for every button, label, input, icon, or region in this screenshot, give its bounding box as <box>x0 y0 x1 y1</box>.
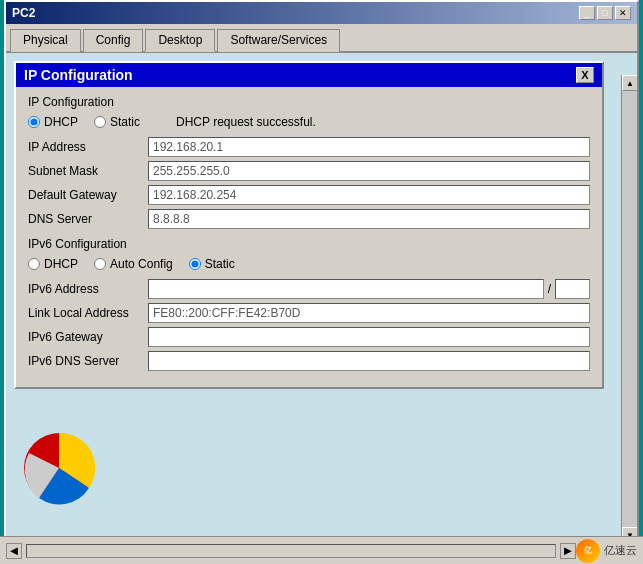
title-bar-buttons: _ □ ✕ <box>579 6 631 20</box>
link-local-label: Link Local Address <box>28 306 148 320</box>
watermark: 亿 亿速云 <box>576 539 637 563</box>
ipv6-static-radio[interactable] <box>189 258 201 270</box>
tab-bar: Physical Config Desktop Software/Service… <box>6 24 637 53</box>
static-radio[interactable] <box>94 116 106 128</box>
maximize-button[interactable]: □ <box>597 6 613 20</box>
dns-server-row: DNS Server <box>28 209 590 229</box>
ipv6-auto-label[interactable]: Auto Config <box>94 257 173 271</box>
ipv4-section-label: IP Configuration <box>28 95 590 109</box>
pie-chart <box>14 423 104 513</box>
taskbar-right-button[interactable]: ► <box>560 543 576 559</box>
taskbar: ◄ ► 亿 亿速云 <box>0 536 643 564</box>
dns-server-input[interactable] <box>148 209 590 229</box>
default-gateway-input[interactable] <box>148 185 590 205</box>
subnet-mask-input[interactable] <box>148 161 590 181</box>
ipv6-dhcp-text: DHCP <box>44 257 78 271</box>
watermark-logo: 亿 <box>576 539 600 563</box>
window-close-button[interactable]: ✕ <box>615 6 631 20</box>
tab-desktop[interactable]: Desktop <box>145 29 215 52</box>
ipv6-address-input[interactable] <box>148 279 544 299</box>
taskbar-scrollbar[interactable] <box>26 544 556 558</box>
ipv6-prefix-input[interactable] <box>555 279 590 299</box>
ipv6-auto-radio[interactable] <box>94 258 106 270</box>
ip-address-row: IP Address <box>28 137 590 157</box>
ipv6-dns-label: IPv6 DNS Server <box>28 354 148 368</box>
dialog-title-text: IP Configuration <box>24 67 133 83</box>
subnet-mask-row: Subnet Mask <box>28 161 590 181</box>
pie-chart-area <box>14 423 144 513</box>
dialog-title-bar: IP Configuration X <box>16 63 602 87</box>
ipv6-auto-text: Auto Config <box>110 257 173 271</box>
dns-server-label: DNS Server <box>28 212 148 226</box>
dhcp-status: DHCP request successful. <box>176 115 316 129</box>
ipv6-static-label[interactable]: Static <box>189 257 235 271</box>
ipv6-dhcp-radio[interactable] <box>28 258 40 270</box>
ipv6-dhcp-label[interactable]: DHCP <box>28 257 78 271</box>
link-local-input[interactable] <box>148 303 590 323</box>
ipv6-address-label: IPv6 Address <box>28 282 148 296</box>
main-window: PC2 _ □ ✕ Physical Config Desktop Softwa… <box>4 0 639 545</box>
dhcp-radio-label[interactable]: DHCP <box>28 115 78 129</box>
taskbar-left-button[interactable]: ◄ <box>6 543 22 559</box>
tab-config[interactable]: Config <box>83 29 144 52</box>
dialog-close-button[interactable]: X <box>576 67 594 83</box>
link-local-row: Link Local Address <box>28 303 590 323</box>
tab-software[interactable]: Software/Services <box>217 29 340 52</box>
static-radio-label[interactable]: Static <box>94 115 140 129</box>
dhcp-radio[interactable] <box>28 116 40 128</box>
subnet-mask-label: Subnet Mask <box>28 164 148 178</box>
window-scrollbar[interactable]: ▲ ▼ <box>621 75 637 543</box>
default-gateway-label: Default Gateway <box>28 188 148 202</box>
scroll-up-button[interactable]: ▲ <box>622 75 637 91</box>
content-area: IP Configuration X IP Configuration DHCP… <box>6 53 637 543</box>
scroll-track[interactable] <box>622 91 637 527</box>
title-bar: PC2 _ □ ✕ <box>6 2 637 24</box>
ipv6-section-label: IPv6 Configuration <box>28 237 590 251</box>
ipv6-gateway-label: IPv6 Gateway <box>28 330 148 344</box>
prefix-separator: / <box>548 282 551 296</box>
ip-address-input[interactable] <box>148 137 590 157</box>
ipv6-radio-group: DHCP Auto Config Static <box>28 257 590 271</box>
ip-config-dialog: IP Configuration X IP Configuration DHCP… <box>14 61 604 389</box>
ipv6-static-text: Static <box>205 257 235 271</box>
default-gateway-row: Default Gateway <box>28 185 590 205</box>
ipv6-gateway-input[interactable] <box>148 327 590 347</box>
dhcp-radio-text: DHCP <box>44 115 78 129</box>
watermark-text: 亿速云 <box>604 543 637 558</box>
ipv4-radio-group: DHCP Static DHCP request successful. <box>28 115 590 129</box>
ipv6-address-row: IPv6 Address / <box>28 279 590 299</box>
minimize-button[interactable]: _ <box>579 6 595 20</box>
ipv6-dns-input[interactable] <box>148 351 590 371</box>
ipv6-gateway-row: IPv6 Gateway <box>28 327 590 347</box>
ipv6-dns-row: IPv6 DNS Server <box>28 351 590 371</box>
ip-address-label: IP Address <box>28 140 148 154</box>
ipv6-section: IPv6 Configuration DHCP Auto Config <box>28 237 590 371</box>
window-title: PC2 <box>12 6 35 20</box>
tab-physical[interactable]: Physical <box>10 29 81 52</box>
static-radio-text: Static <box>110 115 140 129</box>
dialog-body: IP Configuration DHCP Static DHCP reques… <box>16 87 602 387</box>
